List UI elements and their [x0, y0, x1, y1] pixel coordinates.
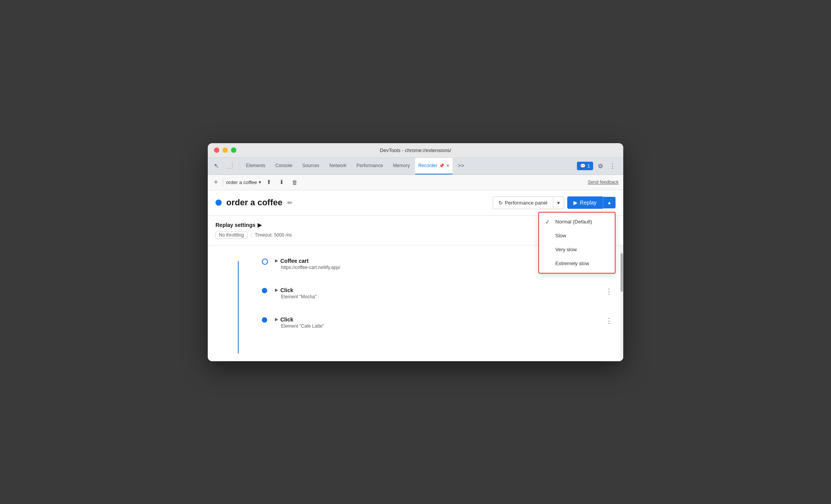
recording-actions: ↻ Performance panel ▾ ▶ Replay ▲ [493, 196, 616, 209]
memory-label: Memory [393, 163, 410, 168]
step-more-button-2[interactable]: ⋮ [602, 316, 616, 325]
chat-button[interactable]: 💬 1 [577, 162, 593, 170]
upload-icon: ⬆ [266, 179, 271, 186]
edit-icon[interactable]: ✏ [287, 199, 292, 206]
toolbar-left: + order a coffee ▾ ⬆ ⬇ 🗑 [212, 177, 585, 187]
expand-step-icon-2[interactable]: ▶ [275, 288, 278, 293]
console-label: Console [275, 163, 292, 168]
timeout-label: Timeout: 5000 ms [255, 232, 292, 238]
chevron-down-icon: ▾ [259, 179, 261, 185]
export-button[interactable]: ⬆ [264, 177, 274, 187]
gear-icon: ⚙ [598, 162, 603, 170]
step-subtitle-click2: Element "Cafe Latte" [281, 323, 602, 329]
kebab-icon: ⋮ [609, 162, 616, 170]
recording-title: order a coffee [226, 198, 283, 208]
step-content-click2: ▶ Click Element "Cafe Latte" [275, 316, 602, 329]
dropdown-slow-label: Slow [555, 233, 566, 238]
tab-more[interactable]: >> [453, 158, 469, 174]
recording-header: order a coffee ✏ ↻ Performance panel ▾ ▶… [208, 190, 623, 216]
step-item: ▶ Click Element "Cafe Latte" ⋮ [254, 312, 623, 333]
sources-label: Sources [302, 163, 319, 168]
play-icon: ▶ [573, 200, 578, 206]
plus-icon: + [214, 178, 218, 186]
dropdown-normal-label: Normal (Default) [555, 219, 592, 225]
replay-settings-label: Replay settings [215, 222, 255, 228]
cursor-icon: ↖ [214, 162, 219, 169]
recording-status-dot [215, 200, 222, 206]
import-button[interactable]: ⬇ [277, 177, 287, 187]
throttling-tag: No throttling [215, 231, 248, 239]
step-title-click2: Click [280, 316, 293, 323]
download-icon: ⬇ [279, 179, 284, 186]
scrollbar[interactable] [620, 245, 623, 361]
dropdown-item-extremely-slow[interactable]: ✓ Extremely slow [539, 257, 615, 271]
minimize-button[interactable] [222, 147, 228, 153]
maximize-button[interactable] [231, 147, 236, 153]
replay-dropdown-button[interactable]: ▲ [603, 197, 616, 208]
recorder-toolbar: + order a coffee ▾ ⬆ ⬇ 🗑 Send feedback [208, 175, 623, 190]
step-dot-container-2 [262, 288, 269, 295]
three-dots-icon-3: ⋮ [605, 317, 612, 325]
three-dots-icon-2: ⋮ [605, 288, 612, 295]
step-dot-click1 [262, 288, 267, 293]
dropdown-very-slow-label: Very slow [555, 247, 577, 252]
more-options-button[interactable]: ⋮ [608, 161, 617, 171]
delete-button[interactable]: 🗑 [290, 178, 300, 187]
step-content-click1: ▶ Click Element "Mocha" [275, 287, 602, 299]
pin-icon: 📌 [439, 163, 444, 168]
devtools-tabs-bar: ↖ ⬜ Elements Console Sources Network Per… [208, 158, 623, 175]
tab-sources[interactable]: Sources [298, 158, 324, 174]
trash-icon: 🗑 [292, 179, 298, 186]
settings-button[interactable]: ⚙ [596, 161, 605, 171]
expand-step-icon-3[interactable]: ▶ [275, 317, 278, 322]
close-button[interactable] [214, 147, 219, 153]
more-tabs-icon: >> [458, 162, 464, 169]
tab-elements[interactable]: Elements [241, 158, 270, 174]
dropdown-item-slow[interactable]: ✓ Slow [539, 229, 615, 243]
settings-separator: | [251, 232, 252, 238]
perf-panel-dropdown-button[interactable]: ▾ [553, 196, 564, 209]
step-more-button-1[interactable]: ⋮ [602, 287, 616, 296]
chat-icon: 💬 [580, 163, 586, 169]
chat-count: 1 [587, 163, 590, 169]
add-recording-button[interactable]: + [212, 178, 220, 186]
tab-performance[interactable]: Performance [352, 158, 388, 174]
main-content: order a coffee ✏ ↻ Performance panel ▾ ▶… [208, 190, 623, 361]
perf-panel-label: Performance panel [505, 200, 548, 206]
tab-memory[interactable]: Memory [388, 158, 414, 174]
replay-speed-dropdown: ✓ Normal (Default) ✓ Slow ✓ Very slow ✓ … [538, 212, 616, 274]
recording-select-name: order a coffee [226, 179, 257, 185]
inspector-icon-tab[interactable]: ↖ [211, 158, 222, 174]
timeline-line [238, 261, 239, 353]
performance-panel-button[interactable]: ↻ Performance panel [493, 196, 553, 209]
replay-button[interactable]: ▶ Replay [567, 196, 603, 209]
traffic-lights [214, 147, 236, 153]
performance-label: Performance [356, 163, 383, 168]
refresh-icon: ↻ [499, 200, 503, 206]
titlebar: DevTools - chrome://extensions/ [208, 143, 623, 158]
scrollbar-thumb[interactable] [621, 253, 623, 292]
send-feedback-button[interactable]: Send feedback [588, 179, 619, 185]
device-toggle-tab[interactable]: ⬜ [223, 158, 236, 174]
chevron-up-icon: ▲ [607, 200, 612, 205]
tab-console[interactable]: Console [271, 158, 297, 174]
chevron-down-icon: ▾ [557, 200, 560, 206]
expand-arrow-icon: ▶ [258, 222, 262, 228]
recording-selector[interactable]: order a coffee ▾ [226, 179, 261, 185]
step-dot-navigation [262, 259, 268, 265]
devtools-window: DevTools - chrome://extensions/ ↖ ⬜ Elem… [208, 143, 623, 361]
step-title-row-3: ▶ Click [275, 316, 602, 323]
step-item: ▶ Click Element "Mocha" ⋮ [254, 282, 623, 304]
recorder-tab-label: Recorder [418, 163, 437, 168]
close-tab-icon[interactable]: ✕ [446, 163, 449, 168]
dropdown-item-normal[interactable]: ✓ Normal (Default) [539, 215, 615, 229]
tab-recorder[interactable]: Recorder 📌 ✕ [415, 158, 452, 174]
step-dot-container-3 [262, 317, 269, 324]
tab-network[interactable]: Network [325, 158, 351, 174]
network-label: Network [329, 163, 346, 168]
dropdown-item-very-slow[interactable]: ✓ Very slow [539, 243, 615, 257]
dropdown-extremely-slow-label: Extremely slow [555, 260, 589, 266]
expand-step-icon[interactable]: ▶ [275, 258, 278, 263]
device-icon: ⬜ [226, 162, 233, 169]
step-dot-container [262, 259, 269, 266]
